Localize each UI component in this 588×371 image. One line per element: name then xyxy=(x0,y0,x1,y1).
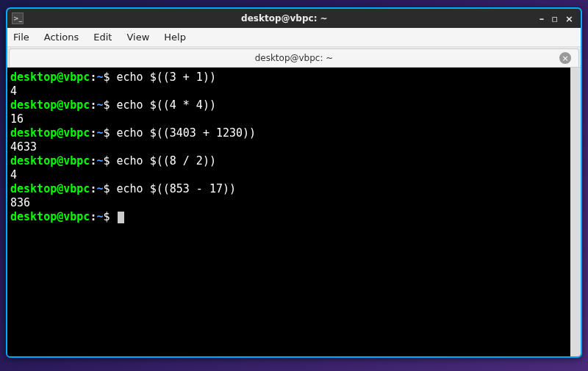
terminal-line: desktop@vbpc:~$ xyxy=(10,210,567,224)
window-controls: – ▫ × xyxy=(539,14,576,24)
terminal-line: 16 xyxy=(10,112,567,126)
menubar: File Actions Edit View Help xyxy=(7,28,581,47)
terminal-line: desktop@vbpc:~$ echo $((4 * 4)) xyxy=(10,98,567,112)
tab-close-icon[interactable]: × xyxy=(559,52,571,64)
scrollbar[interactable] xyxy=(570,68,581,356)
titlebar[interactable]: >_ desktop@vbpc: ~ – ▫ × xyxy=(7,9,581,28)
terminal-line: 4 xyxy=(10,84,567,98)
terminal-output[interactable]: desktop@vbpc:~$ echo $((3 + 1))4desktop@… xyxy=(7,68,570,356)
terminal-line: desktop@vbpc:~$ echo $((853 - 17)) xyxy=(10,182,567,196)
maximize-button[interactable]: ▫ xyxy=(551,14,558,24)
terminal-app-icon: >_ xyxy=(12,12,24,24)
terminal-line: 836 xyxy=(10,196,567,210)
minimize-button[interactable]: – xyxy=(539,14,545,24)
menu-help[interactable]: Help xyxy=(164,32,186,43)
menu-edit[interactable]: Edit xyxy=(93,32,112,43)
terminal-line: 4633 xyxy=(10,140,567,154)
terminal-line: 4 xyxy=(10,168,567,182)
tab-label: desktop@vbpc: ~ xyxy=(255,53,334,63)
tabbar: desktop@vbpc: ~ × xyxy=(7,47,581,68)
terminal-line: desktop@vbpc:~$ echo $((3 + 1)) xyxy=(10,71,567,84)
menu-file[interactable]: File xyxy=(13,32,29,43)
menu-view[interactable]: View xyxy=(126,32,149,43)
menu-actions[interactable]: Actions xyxy=(44,32,79,43)
tab-active[interactable]: desktop@vbpc: ~ × xyxy=(9,48,579,67)
terminal-line: desktop@vbpc:~$ echo $((8 / 2)) xyxy=(10,154,567,168)
terminal-area: desktop@vbpc:~$ echo $((3 + 1))4desktop@… xyxy=(7,68,581,356)
cursor xyxy=(118,212,124,223)
window-title: desktop@vbpc: ~ xyxy=(29,13,539,24)
close-button[interactable]: × xyxy=(565,14,573,24)
terminal-window: >_ desktop@vbpc: ~ – ▫ × File Actions Ed… xyxy=(6,7,582,358)
terminal-line: desktop@vbpc:~$ echo $((3403 + 1230)) xyxy=(10,126,567,140)
